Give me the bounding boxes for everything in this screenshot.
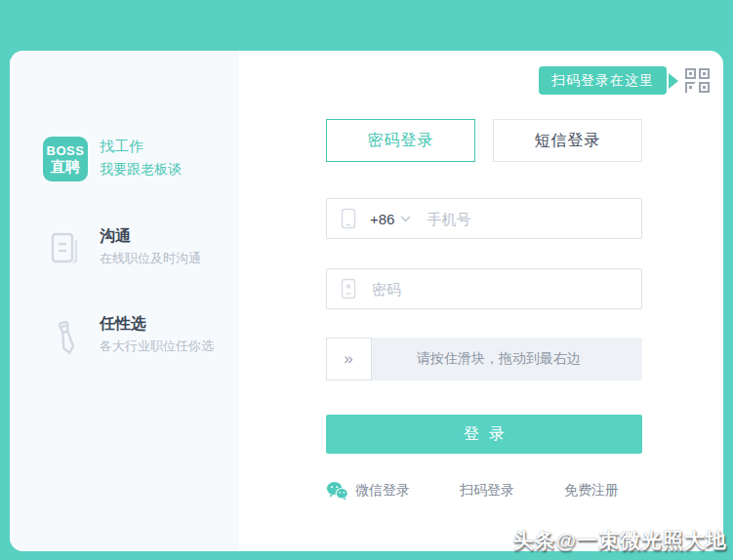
password-field: [326, 268, 642, 309]
login-button[interactable]: 登录: [326, 415, 642, 454]
free-register-link[interactable]: 免费注册: [564, 482, 619, 500]
country-code-dropdown[interactable]: +86: [370, 211, 411, 227]
wechat-icon: [326, 481, 348, 500]
tab-sms-login[interactable]: 短信登录: [493, 119, 642, 162]
free-register-label: 免费注册: [564, 482, 619, 500]
wechat-login-link[interactable]: 微信登录: [326, 481, 410, 500]
login-card: BOSS 直聘 找工作 我要跟老板谈 沟通 在线职位及时沟通: [10, 51, 723, 551]
tie-icon: [47, 316, 86, 359]
page-background: BOSS 直聘 找工作 我要跟老板谈 沟通 在线职位及时沟通: [0, 0, 733, 560]
password-input[interactable]: [372, 281, 641, 298]
chat-document-icon: [47, 228, 86, 271]
qr-cell: [699, 68, 710, 79]
scan-login-link[interactable]: 扫码登录: [460, 482, 514, 500]
qr-cell: [699, 82, 710, 93]
sidebar: BOSS 直聘 找工作 我要跟老板谈 沟通 在线职位及时沟通: [10, 51, 239, 551]
logo-text-top: BOSS: [47, 143, 85, 158]
sidebar-item-pick-any: 任性选 各大行业职位任你选: [100, 312, 214, 357]
sidebar-item-title: 任性选: [100, 312, 214, 336]
sidebar-item-subtitle: 各大行业职位任你选: [100, 336, 214, 357]
phone-input[interactable]: [427, 211, 641, 227]
login-tabs: 密码登录 短信登录: [326, 119, 642, 162]
logo-text-bottom: 直聘: [51, 158, 80, 175]
toutiao-watermark: 头条@一束微光照大地: [513, 527, 727, 554]
sidebar-item-title: 沟通: [100, 224, 201, 248]
tab-password-login[interactable]: 密码登录: [326, 119, 475, 162]
alternate-login-links: 微信登录 扫码登录 免费注册: [326, 481, 619, 500]
sidebar-item-communicate: 沟通 在线职位及时沟通: [100, 224, 201, 269]
phone-field: +86: [326, 198, 642, 239]
scan-login-label: 扫码登录: [460, 482, 514, 500]
qr-cell: [685, 68, 696, 79]
sidebar-item-find-job: 找工作 我要跟老板谈: [100, 135, 182, 180]
qr-login-hint: 扫码登录在这里: [539, 66, 710, 95]
qr-code-icon[interactable]: [685, 68, 710, 93]
qr-cell: [685, 82, 696, 93]
arrow-right-icon: [669, 73, 678, 89]
phone-icon: [341, 208, 356, 229]
slider-instruction: 请按住滑块，拖动到最右边: [326, 338, 642, 380]
slider-handle[interactable]: »: [326, 338, 372, 380]
boss-zhipin-logo: BOSS 直聘: [43, 137, 88, 181]
captcha-slider-track: 请按住滑块，拖动到最右边 »: [326, 338, 642, 380]
wechat-login-label: 微信登录: [355, 482, 410, 500]
password-asterisk-icon: [341, 278, 356, 300]
sidebar-item-subtitle: 我要跟老板谈: [100, 158, 182, 180]
chevron-down-icon: [400, 216, 411, 222]
sidebar-item-title: 找工作: [100, 135, 182, 158]
country-code-value: +86: [370, 211, 394, 227]
sidebar-item-subtitle: 在线职位及时沟通: [100, 248, 201, 269]
qr-hint-badge: 扫码登录在这里: [539, 66, 667, 95]
